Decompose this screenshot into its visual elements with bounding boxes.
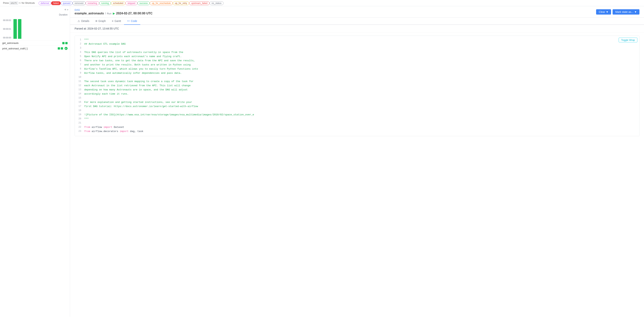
- duration-mid: 00:00:01: [3, 28, 11, 30]
- code-line: 21: [75, 121, 639, 125]
- line-content: from airflow.decorators import dag, task: [84, 130, 639, 134]
- line-number: 10: [75, 75, 84, 80]
- tabs: ⚠ Details ⊞ Graph ≡ Gantt <> Code: [70, 17, 644, 25]
- code-line: 17first DAG tutorial: https://docs.astro…: [75, 105, 639, 109]
- expand-icon: »: [67, 8, 68, 11]
- task-dot-green-3: [58, 47, 60, 49]
- line-content: accordingly each time it runs.: [84, 92, 639, 96]
- tab-code[interactable]: <> Code: [124, 17, 140, 25]
- line-content: [84, 109, 639, 113]
- line-content: """: [84, 117, 639, 121]
- line-content: depending on how many Astronauts are in …: [84, 88, 639, 92]
- line-content: from airflow import Dataset: [84, 125, 639, 130]
- collapse-button[interactable]: «: [64, 8, 66, 11]
- task-name-get-astronauts: get_astronauts: [2, 42, 61, 44]
- top-bar: Press shift + / for Shortcuts deferredfa…: [0, 0, 644, 6]
- bar-2: [18, 19, 22, 39]
- toggle-wrap-button[interactable]: Toggle Wrap: [619, 38, 637, 42]
- task-dot-green-4: [61, 47, 63, 49]
- clear-button[interactable]: Clear ▼: [596, 9, 611, 14]
- line-number: 21: [75, 121, 84, 125]
- status-badge-queued[interactable]: queued: [61, 1, 72, 5]
- line-content: ![Picture of the ISS](https://www.esa.in…: [84, 113, 639, 117]
- content-header: DAG example_astronauts / Run ▶ 2024-02-2…: [70, 6, 644, 17]
- header-actions: Clear ▼ Mark state as... ▼: [596, 9, 640, 14]
- clear-label: Clear: [599, 10, 605, 13]
- task-dot-green-1: [62, 42, 64, 44]
- line-number: 22: [75, 125, 84, 130]
- line-number: 19: [75, 113, 84, 117]
- code-wrapper: Toggle Wrap 1"""2## Astronaut ETL exampl…: [74, 35, 640, 136]
- line-number: 17: [75, 105, 84, 109]
- chart-bars: [14, 19, 67, 39]
- tab-gantt-label: Gantt: [114, 19, 121, 22]
- status-badge-success[interactable]: success: [138, 1, 150, 5]
- line-content: [84, 121, 639, 125]
- line-content: The second task uses dynamic task mappin…: [84, 80, 639, 84]
- code-line: 22from airflow import Dataset: [75, 125, 639, 130]
- code-icon: <>: [127, 20, 130, 22]
- status-badge-scheduled[interactable]: scheduled: [111, 1, 126, 5]
- line-number: 16: [75, 100, 84, 105]
- code-line: 19![Picture of the ISS](https://www.esa.…: [75, 113, 639, 117]
- breadcrumb-separator: /: [105, 12, 106, 15]
- task-indicators-1: [62, 42, 68, 44]
- code-line: 2## Astronaut ETL example DAG: [75, 42, 639, 46]
- code-line: 16For more explanation and getting start…: [75, 100, 639, 105]
- line-number: 9: [75, 71, 84, 75]
- line-number: 18: [75, 109, 84, 113]
- line-content: This DAG queries the list of astronauts …: [84, 50, 639, 55]
- line-content: Airflow's TaskFlow API, which allows you…: [84, 67, 639, 71]
- status-badge-restarting[interactable]: restarting: [86, 1, 99, 5]
- code-line: 3: [75, 46, 639, 50]
- line-content: [84, 75, 639, 80]
- line-number: 5: [75, 55, 84, 59]
- main-layout: « » Duration 00:00:02 00:00:01 00:00:00 …: [0, 6, 644, 317]
- tab-details[interactable]: ⚠ Details: [74, 17, 92, 25]
- sidebar-collapse-area: « »: [0, 6, 70, 13]
- mark-state-button[interactable]: Mark state as... ▼: [612, 9, 640, 14]
- status-badge-up_for_reschedule[interactable]: up_for_reschedule: [150, 1, 173, 5]
- task-row-get-astronauts[interactable]: get_astronauts: [0, 40, 70, 45]
- line-content: [84, 96, 639, 100]
- parsed-at: Parsed at: 2024-02-27, 13:44:55 UTC: [70, 25, 644, 32]
- line-number: 4: [75, 50, 84, 55]
- status-badge-upstream_failed[interactable]: upstream_failed: [189, 1, 209, 5]
- sidebar: « » Duration 00:00:02 00:00:01 00:00:00 …: [0, 6, 70, 317]
- duration-min: 00:00:00: [3, 36, 11, 39]
- run-label: Run: [107, 12, 112, 15]
- play-button[interactable]: ▶: [64, 47, 68, 50]
- status-badge-container: deferredfailedqueuedremovedrestartingrun…: [38, 1, 224, 4]
- status-badge-deferred[interactable]: deferred: [38, 1, 51, 5]
- duration-label: Duration: [59, 13, 68, 16]
- clear-dropdown-icon: ▼: [606, 10, 608, 13]
- line-number: 3: [75, 46, 84, 50]
- status-badge-no_status[interactable]: no_status: [210, 1, 224, 5]
- tab-graph[interactable]: ⊞ Graph: [92, 17, 109, 25]
- line-number: 13: [75, 88, 84, 92]
- code-line: 11The second task uses dynamic task mapp…: [75, 80, 639, 84]
- line-number: 7: [75, 63, 84, 67]
- line-number: 2: [75, 42, 84, 46]
- code-line: 4This DAG queries the list of astronauts…: [75, 50, 639, 55]
- tab-gantt[interactable]: ≡ Gantt: [109, 17, 124, 25]
- line-content: [84, 46, 639, 50]
- code-line: 10: [75, 75, 639, 80]
- line-content: first DAG tutorial: https://docs.astrono…: [84, 105, 639, 109]
- status-badge-failed[interactable]: failed: [51, 1, 61, 5]
- run-play-icon: ▶: [113, 12, 115, 15]
- status-badge-up_for_retry[interactable]: up_for_retry: [173, 1, 189, 5]
- status-badge-running[interactable]: running: [99, 1, 111, 5]
- bar-1: [14, 19, 17, 39]
- line-content: Open Notify API and prints each astronau…: [84, 55, 639, 59]
- status-badge-skipped[interactable]: skipped: [125, 1, 137, 5]
- run-date: 2024-02-27, 00:00:00 UTC: [116, 12, 152, 15]
- tab-graph-label: Graph: [98, 19, 106, 22]
- breadcrumb: DAG: [74, 8, 152, 11]
- status-badge-removed[interactable]: removed: [72, 1, 86, 5]
- shift-key: shift: [10, 1, 18, 5]
- code-block: 1"""2## Astronaut ETL example DAG34This …: [75, 36, 639, 136]
- task-row-print-astronaut[interactable]: print_astronaut_craft [ ] ▶: [0, 45, 70, 51]
- parsed-at-text: Parsed at: 2024-02-27, 13:44:55 UTC: [74, 27, 119, 30]
- code-line: 13depending on how many Astronauts are i…: [75, 88, 639, 92]
